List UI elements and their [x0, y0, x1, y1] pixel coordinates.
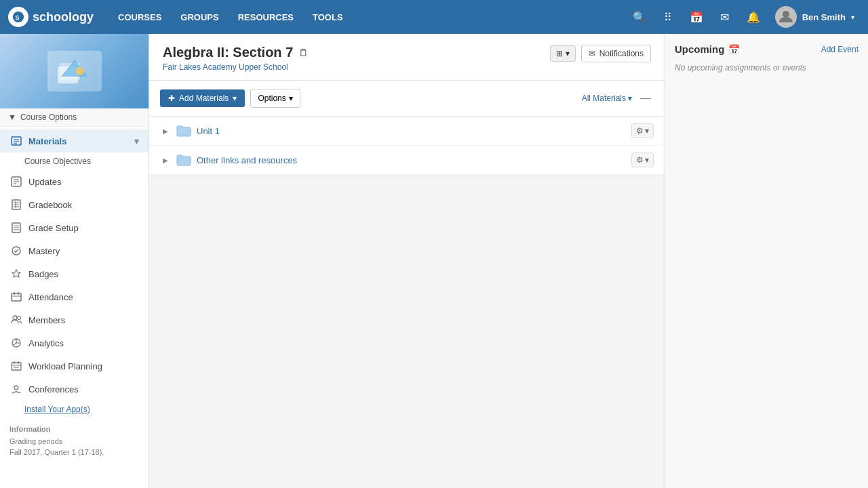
conferences-label: Conferences	[28, 384, 79, 394]
other-links-gear-dropdown[interactable]: ⚙ ▾	[631, 152, 654, 167]
add-materials-label: Add Materials	[179, 94, 229, 103]
calendar-icon[interactable]: 📅	[684, 5, 709, 29]
updates-icon	[9, 175, 23, 188]
sidebar-item-conferences[interactable]: Conferences	[0, 378, 149, 401]
nav-resources[interactable]: RESOURCES	[230, 7, 302, 28]
notifications-label: Notifications	[599, 49, 644, 58]
materials-toolbar: ✚ Add Materials ▾ Options ▾ All Material…	[149, 81, 665, 117]
options-label: Options	[258, 94, 285, 103]
folder-icon-unit1	[176, 125, 191, 137]
svg-rect-26	[12, 293, 21, 301]
main-layout: ▼ Course Options Materials ▾ Cour	[0, 34, 868, 488]
install-app-link[interactable]: Install Your App(s)	[0, 401, 149, 418]
sidebar-item-materials[interactable]: Materials ▾	[0, 129, 149, 152]
sidebar-item-gradebook[interactable]: Gradebook	[0, 193, 149, 216]
notifications-button[interactable]: ✉ Notifications	[581, 45, 651, 62]
add-materials-button[interactable]: ✚ Add Materials ▾	[160, 89, 245, 107]
analytics-label: Analytics	[28, 338, 64, 348]
workload-planning-label: Workload Planning	[28, 361, 102, 371]
options-button[interactable]: Options ▾	[250, 89, 300, 108]
unit1-gear-dropdown[interactable]: ⚙ ▾	[631, 123, 654, 138]
right-panel: Upcoming 📅 Add Event No upcoming assignm…	[665, 34, 868, 488]
gear-icon: ⚙	[636, 155, 644, 165]
view-toggle-button[interactable]: ⊞ ▾	[550, 45, 576, 62]
content-header: Alegbra II: Section 7 🗒 Fair Lakes Acade…	[149, 34, 665, 81]
calendar-small-icon: 📅	[728, 44, 740, 55]
gradebook-label: Gradebook	[28, 200, 72, 210]
upcoming-title-area: Upcoming 📅	[675, 43, 740, 55]
grading-periods-label: Grading periods	[0, 436, 149, 447]
sidebar-item-members[interactable]: Members	[0, 308, 149, 331]
members-label: Members	[28, 315, 65, 325]
svg-point-2	[783, 11, 789, 18]
add-icon: ✚	[168, 94, 175, 103]
course-info: Alegbra II: Section 7 🗒 Fair Lakes Acade…	[163, 45, 308, 72]
sidebar: ▼ Course Options Materials ▾ Cour	[0, 34, 149, 488]
all-materials-label: All Materials	[582, 94, 626, 103]
thumbnail-inner	[47, 51, 102, 92]
badges-icon	[9, 267, 23, 281]
materials-icon	[9, 134, 23, 148]
course-thumbnail	[0, 34, 149, 108]
course-title-area: Alegbra II: Section 7 🗒	[163, 45, 308, 60]
materials-label: Materials	[28, 136, 66, 146]
sidebar-item-attendance[interactable]: Attendance	[0, 285, 149, 308]
logo-icon: S	[8, 7, 28, 27]
mastery-icon	[9, 244, 23, 258]
user-name: Ben Smith	[802, 12, 846, 22]
upcoming-header: Upcoming 📅 Add Event	[675, 43, 859, 55]
svg-point-31	[18, 317, 21, 320]
options-dropdown-icon: ▾	[289, 94, 293, 103]
main-content: Alegbra II: Section 7 🗒 Fair Lakes Acade…	[149, 34, 665, 488]
other-links-name[interactable]: Other links and resources	[197, 155, 626, 165]
top-nav-icons: 🔍 ⠿ 📅 ✉ 🔔 Ben Smith ▾	[627, 3, 860, 30]
gear-dropdown-arrow: ▾	[645, 155, 649, 165]
mail-icon[interactable]: ✉	[713, 5, 737, 29]
badges-label: Badges	[28, 269, 58, 279]
expand-arrow-unit1[interactable]: ▶	[160, 127, 171, 135]
all-materials-button[interactable]: All Materials ▾	[582, 94, 632, 103]
sidebar-item-grade-setup[interactable]: Grade Setup	[0, 216, 149, 239]
sidebar-item-course-objectives[interactable]: Course Objectives	[0, 152, 149, 170]
nav-tools[interactable]: TOOLS	[304, 7, 351, 28]
top-nav: S schoology COURSES GROUPS RESOURCES TOO…	[0, 0, 868, 34]
logo[interactable]: S schoology	[8, 7, 94, 27]
workload-planning-icon	[9, 359, 23, 373]
apps-icon[interactable]: ⠿	[656, 5, 680, 29]
school-name[interactable]: Fair Lakes Academy Upper School	[163, 62, 308, 72]
bell-icon[interactable]: 🔔	[741, 5, 766, 29]
sidebar-item-badges[interactable]: Badges	[0, 262, 149, 285]
add-materials-dropdown-icon: ▾	[233, 94, 237, 103]
header-right: ⊞ ▾ ✉ Notifications	[550, 45, 651, 62]
sidebar-item-workload-planning[interactable]: Workload Planning	[0, 354, 149, 378]
add-event-button[interactable]: Add Event	[821, 45, 859, 54]
course-title-text: Alegbra II: Section 7	[163, 45, 293, 60]
expand-arrow-other[interactable]: ▶	[160, 157, 171, 164]
attendance-icon	[9, 290, 23, 304]
course-options-label: Course Options	[20, 113, 77, 122]
course-options-button[interactable]: ▼ Course Options	[0, 108, 149, 127]
view-toggle-dropdown-icon: ▾	[566, 49, 570, 58]
course-title-icon: 🗒	[298, 47, 308, 58]
view-toggle-icon: ⊞	[556, 49, 563, 58]
nav-courses[interactable]: COURSES	[110, 7, 170, 28]
gear-icon: ⚙	[636, 126, 644, 136]
search-icon[interactable]: 🔍	[627, 5, 652, 29]
materials-list: ▶ Unit 1 ⚙ ▾ ▶	[149, 117, 665, 175]
grading-periods-value: Fall 2017, Quarter 1 (17-18),	[0, 447, 149, 458]
notifications-mail-icon: ✉	[589, 49, 595, 58]
user-area[interactable]: Ben Smith ▾	[770, 3, 860, 30]
unit1-name[interactable]: Unit 1	[197, 126, 626, 136]
no-upcoming-message: No upcoming assignments or events	[675, 63, 859, 73]
nav-groups[interactable]: GROUPS	[172, 7, 226, 28]
svg-point-6	[76, 67, 84, 75]
more-options-button[interactable]: —	[637, 92, 654, 104]
top-nav-links: COURSES GROUPS RESOURCES TOOLS	[110, 7, 627, 28]
gear-dropdown-arrow: ▾	[645, 126, 649, 136]
sidebar-item-analytics[interactable]: Analytics	[0, 331, 149, 354]
all-materials-dropdown-icon: ▾	[628, 94, 632, 103]
sidebar-item-mastery[interactable]: Mastery	[0, 239, 149, 262]
table-row: ▶ Unit 1 ⚙ ▾	[149, 117, 665, 146]
updates-label: Updates	[28, 177, 61, 187]
sidebar-item-updates[interactable]: Updates	[0, 170, 149, 193]
